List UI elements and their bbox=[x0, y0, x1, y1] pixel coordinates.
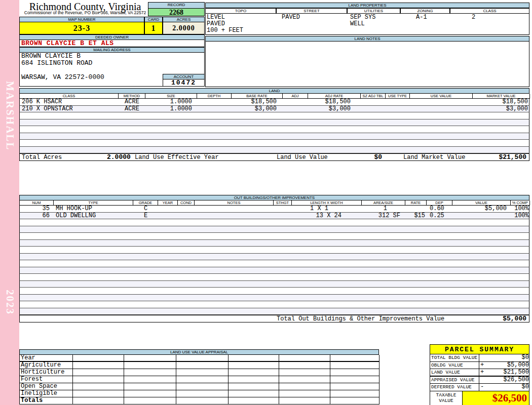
land-properties-section: LAND PROPERTIES TOPO STREET UTILITIES ZO… bbox=[205, 3, 529, 35]
land-totals-row: Total Acres 2.0000 Land Use Effective Ye… bbox=[19, 153, 529, 161]
ob-col-year: YEAR bbox=[158, 200, 178, 206]
total-acres-value: 2.0000 bbox=[107, 154, 131, 161]
empty-row bbox=[19, 247, 529, 254]
map-number-section: MAP NUMBER CARD ACRES 23-3 1 2.0000 bbox=[19, 17, 205, 34]
land-market-value: $21,500 bbox=[499, 154, 526, 161]
appraisal-row-agriculture: Agriculture bbox=[19, 362, 379, 369]
taxable-value-label: TAXABLE VALUE bbox=[430, 391, 463, 405]
land-row: 206 K HSACR ACRE 1.0000 $18,500 $18,500 … bbox=[19, 99, 529, 106]
class-value: 2 bbox=[472, 14, 475, 21]
record-label: RECORD bbox=[148, 2, 205, 9]
mailing-line: BROWN CLAYCIE B bbox=[20, 53, 204, 60]
ob-col-sthgt: STHGT bbox=[274, 200, 292, 206]
empty-row bbox=[19, 254, 529, 261]
land-use-value: $0 bbox=[344, 154, 382, 161]
out-buildings-headers: NUM TYPE GRADE YEAR COND NOTES STHGT LEN… bbox=[19, 200, 529, 206]
topo-value-3: 100 + FEET bbox=[207, 27, 243, 34]
parcel-summary-title: PARCEL SUMMARY bbox=[430, 345, 529, 354]
empty-row bbox=[19, 233, 529, 240]
empty-row bbox=[19, 288, 529, 295]
utilities-value-2: WELL bbox=[350, 21, 365, 28]
county-subtitle: Commissioner of the Revenue, PO Box 366,… bbox=[20, 10, 150, 15]
land-properties-headers: TOPO STREET UTILITIES ZONING CLASS bbox=[205, 8, 529, 14]
land-notes-section: LAND NOTES bbox=[205, 36, 529, 87]
property-record-card: MARSHALL 2023 Richmond County, Virginia … bbox=[0, 0, 532, 405]
parcel-summary: PARCEL SUMMARY TOTAL BLDG VALUE $0 OBLDG… bbox=[430, 344, 529, 405]
empty-row bbox=[19, 267, 529, 274]
land-col-depth: DEPTH bbox=[197, 94, 232, 99]
account-box: ACCOUNT 10472 bbox=[163, 74, 205, 87]
appraisal-row-forest: Forest bbox=[19, 376, 379, 383]
empty-row bbox=[19, 126, 529, 133]
taxable-value: $26,500 bbox=[463, 391, 529, 405]
land-row: 210 X OPNSTACR ACRE 1.0000 $3,000 $3,000… bbox=[19, 106, 529, 113]
total-acres-label: Total Acres bbox=[22, 154, 62, 161]
empty-row bbox=[19, 295, 529, 302]
land-col-use-type: USE TYPE bbox=[386, 94, 410, 99]
summary-row-deferred: DEFERRED VALUE - $0 bbox=[430, 384, 529, 391]
summary-row-land: LAND VALUE + $21,500 bbox=[430, 369, 529, 377]
empty-row bbox=[19, 308, 529, 315]
year-spine: MARSHALL 2023 bbox=[0, 0, 19, 405]
deeded-owner-value: BROWN CLAYCIE B ET ALS bbox=[19, 40, 205, 47]
empty-row bbox=[19, 112, 529, 119]
map-number-value: 23-3 bbox=[19, 22, 144, 34]
street-value: PAVED bbox=[282, 14, 300, 21]
land-properties-title: LAND PROPERTIES bbox=[205, 3, 529, 8]
empty-row bbox=[19, 140, 529, 147]
empty-row bbox=[19, 226, 529, 233]
out-buildings-total-row: Total Out Buildings & Other Improvements… bbox=[19, 315, 529, 322]
col-street: STREET bbox=[276, 8, 347, 14]
land-notes-title: LAND NOTES bbox=[205, 36, 529, 42]
effective-year-label: Land Use Effective Year bbox=[135, 154, 219, 161]
spine-watermark-name: MARSHALL bbox=[4, 81, 16, 150]
empty-row bbox=[19, 260, 529, 267]
summary-row-appraised: APPRAISED VALUE $26,500 bbox=[430, 377, 529, 384]
zoning-value: A-1 bbox=[416, 14, 427, 21]
appraisal-row-totals: Totals bbox=[19, 397, 379, 404]
ob-col-rate: RATE bbox=[405, 200, 427, 206]
card-value: 1 bbox=[144, 22, 163, 34]
out-building-row: 66 OLD DWELLNG E 13 X 24 312 SF $15 0.25… bbox=[19, 213, 529, 220]
card-label: CARD bbox=[144, 17, 163, 22]
empty-row bbox=[19, 274, 529, 281]
land-properties-values: LEVEL PAVED 100 + FEET PAVED SEP SYS WEL… bbox=[205, 14, 529, 35]
land-table-title: LAND bbox=[19, 88, 529, 94]
record-box: RECORD 2268 bbox=[148, 2, 205, 16]
spine-watermark-year: 2023 bbox=[4, 290, 16, 315]
summary-row-total-bldg: TOTAL BLDG VALUE $0 bbox=[430, 354, 529, 362]
acres-label: ACRES bbox=[163, 17, 205, 22]
land-col-adj: ADJ bbox=[283, 94, 308, 99]
out-building-row: 35 MH HOOK-UP C 1 X 1 1 0.60 $5,000 100% bbox=[19, 206, 529, 213]
out-buildings-table: OUT BUILDINGS/OTHER IMPROVEMENTS NUM TYP… bbox=[19, 195, 529, 322]
land-col-use-value: USE VALUE bbox=[410, 94, 473, 99]
mailing-address-box: BROWN CLAYCIE B 684 ISLINGTON ROAD WARSA… bbox=[19, 53, 205, 87]
land-use-appraisal-title: LAND USE VALUE APPRAISAL bbox=[19, 349, 379, 355]
account-value: 10472 bbox=[163, 79, 205, 87]
out-buildings-total-label: Total Out Buildings & Other Improvements… bbox=[277, 315, 444, 322]
record-value: 2268 bbox=[148, 9, 205, 16]
empty-row bbox=[19, 147, 529, 154]
owner-section: DEEDED OWNER BROWN CLAYCIE B ET ALS MAIL… bbox=[19, 34, 205, 87]
col-zoning: ZONING bbox=[400, 8, 450, 14]
ob-col-cond: COND bbox=[178, 200, 195, 206]
land-table: LAND CLASS METHOD SIZE DEPTH BASE RATE A… bbox=[19, 88, 529, 161]
empty-row bbox=[19, 219, 529, 226]
appraisal-row-open-space: Open Space bbox=[19, 383, 379, 390]
map-number-label: MAP NUMBER bbox=[19, 17, 144, 22]
summary-row-taxable: TAXABLE VALUE $26,500 bbox=[430, 391, 529, 405]
out-buildings-title: OUT BUILDINGS/OTHER IMPROVEMENTS bbox=[19, 195, 529, 200]
mailing-line bbox=[20, 67, 204, 74]
appraisal-row-horticulture: Horticulture bbox=[19, 369, 379, 376]
out-buildings-total-value: $5,000 bbox=[503, 315, 526, 322]
land-use-appraisal-table: LAND USE VALUE APPRAISAL Year Agricultur… bbox=[19, 349, 379, 404]
land-col-sz-adj-tbl: SZ ADJ TBL bbox=[361, 94, 386, 99]
empty-row bbox=[19, 119, 529, 127]
appraisal-row-ineligible: Ineligible bbox=[19, 390, 379, 397]
appraisal-row-year: Year bbox=[19, 355, 379, 362]
empty-row bbox=[19, 281, 529, 288]
land-market-value-label: Land Market Value bbox=[403, 154, 465, 161]
empty-row bbox=[19, 301, 529, 308]
empty-row bbox=[19, 133, 529, 140]
summary-row-obldg: OBLDG VALUE + $5,000 bbox=[430, 362, 529, 370]
